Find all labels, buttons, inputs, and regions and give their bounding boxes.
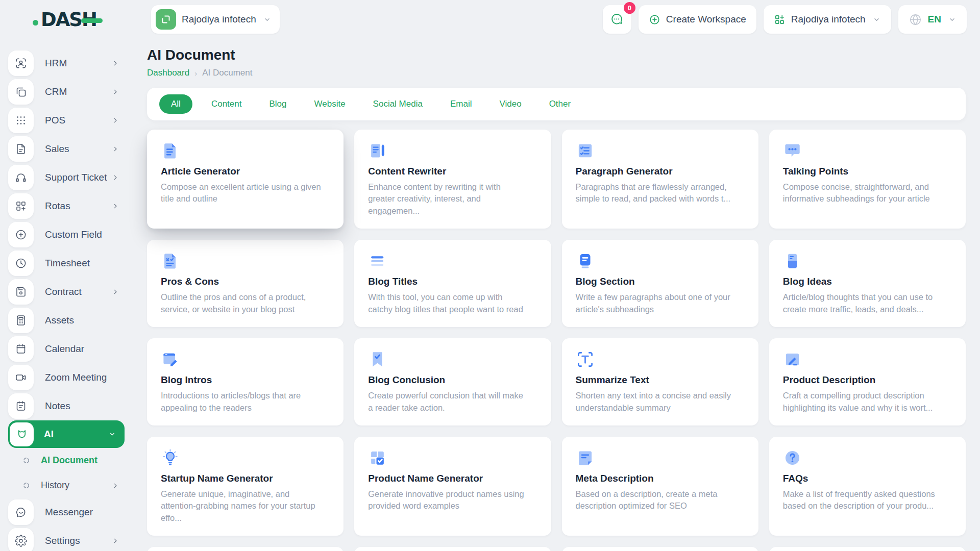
sidebar-item-label: Assets <box>45 315 74 326</box>
ai-tool-card-product-name-generator[interactable]: Product Name Generator Generate innovati… <box>354 437 551 536</box>
support-icon <box>8 165 34 190</box>
sidebar-item-ai-document[interactable]: AI Document <box>8 448 132 473</box>
sidebar: HRM CRM POS Sales Support Ticket Rotas C… <box>0 39 132 551</box>
ai-tool-card-blog-section[interactable]: Blog Section Write a few paragraphs abou… <box>562 240 758 327</box>
tab-email[interactable]: Email <box>436 99 486 109</box>
sidebar-item-history[interactable]: History <box>8 473 132 498</box>
timesheet-icon <box>8 251 34 276</box>
ai-tool-card-pros-cons[interactable]: Pros & Cons Outline the pros and cons of… <box>147 240 344 327</box>
ai-tool-card-summarize-text[interactable]: Summarize Text Shorten any text into a c… <box>562 338 758 425</box>
workspace-logo-icon <box>156 9 176 30</box>
tab-video[interactable]: Video <box>485 99 535 109</box>
ai-tool-card-faqs[interactable]: FAQs Make a list of frequently asked que… <box>769 437 966 536</box>
messenger-icon <box>8 499 34 525</box>
assets-icon <box>8 308 34 333</box>
breadcrumb-dashboard-link[interactable]: Dashboard <box>147 68 189 78</box>
tab-content[interactable]: Content <box>198 99 256 109</box>
ai-tool-card-content-rewriter[interactable]: Content Rewriter Enhance content by rewr… <box>354 130 551 229</box>
sidebar-item-calendar[interactable]: Calendar <box>8 335 132 363</box>
card-title: Blog Conclusion <box>368 374 537 386</box>
chevron-right-icon <box>111 537 119 545</box>
bullet-icon <box>22 457 30 464</box>
chevron-down-icon <box>948 15 957 24</box>
chevron-right-icon <box>111 202 119 210</box>
tab-website[interactable]: Website <box>300 99 359 109</box>
sidebar-item-label: Zoom Meeting <box>45 372 107 383</box>
ai-tool-card-paragraph-generator[interactable]: Paragraph Generator Paragraphs that are … <box>562 130 758 229</box>
sidebar-item-crm[interactable]: CRM <box>8 78 132 106</box>
sidebar-item-sales[interactable]: Sales <box>8 135 132 163</box>
tab-blog[interactable]: Blog <box>255 99 300 109</box>
breadcrumb-current: AI Document <box>202 68 252 78</box>
ai-tool-card-talking-points[interactable]: Talking Points Compose concise, straight… <box>769 130 966 229</box>
sidebar-item-custom-field[interactable]: Custom Field <box>8 220 132 249</box>
file-pencil-icon <box>368 141 387 160</box>
sidebar-item-messenger[interactable]: Messenger <box>8 498 132 527</box>
card-description: Enhance content by rewriting it with gre… <box>368 181 529 217</box>
ai-tool-card-article-generator[interactable]: Article Generator Compose an excellent a… <box>147 130 344 229</box>
card-description: Shorten any text into a concise and easi… <box>576 390 737 414</box>
sidebar-item-label: Notes <box>45 400 70 412</box>
card-title: Talking Points <box>783 166 952 177</box>
card-title: Paragraph Generator <box>576 166 745 177</box>
card-title: Blog Ideas <box>783 276 952 287</box>
tab-social-media[interactable]: Social Media <box>359 99 436 109</box>
workspace-selector[interactable]: Rajodiya infotech <box>151 5 280 34</box>
sidebar-item-timesheet[interactable]: Timesheet <box>8 249 132 278</box>
chat-dots-icon <box>783 141 802 160</box>
ai-tool-card[interactable] <box>147 547 344 551</box>
ai-tool-card-blog-titles[interactable]: Blog Titles With this tool, you can come… <box>354 240 551 327</box>
settings-icon <box>8 528 34 551</box>
bullet-icon <box>22 482 30 489</box>
custom-field-icon <box>8 222 34 247</box>
messages-button[interactable]: 0 <box>603 5 631 34</box>
sidebar-item-settings[interactable]: Settings <box>8 527 132 551</box>
notification-badge: 0 <box>624 2 635 14</box>
create-workspace-button[interactable]: Create Workspace <box>639 5 756 34</box>
ai-tool-card-product-description[interactable]: Product Description Craft a compelling p… <box>769 338 966 425</box>
file-check-x-icon <box>161 252 180 270</box>
company-selector[interactable]: Rajodiya infotech <box>764 5 891 34</box>
sidebar-item-zoom-meeting[interactable]: Zoom Meeting <box>8 363 132 392</box>
sidebar-item-rotas[interactable]: Rotas <box>8 192 132 220</box>
sidebar-item-contract[interactable]: Contract <box>8 278 132 306</box>
card-description: Paragraphs that are flawlessly arranged,… <box>576 181 737 205</box>
question-circle-icon <box>783 448 802 467</box>
ai-tool-card-meta-description[interactable]: Meta Description Based on a description,… <box>562 437 758 536</box>
ai-tool-card[interactable] <box>562 547 758 551</box>
bookmark-check-icon <box>368 350 387 369</box>
category-tabs: AllContentBlogWebsiteSocial MediaEmailVi… <box>147 88 966 120</box>
dash-logo[interactable]: DASH <box>33 9 103 31</box>
ai-tool-card-blog-conclusion[interactable]: Blog Conclusion Create powerful conclusi… <box>354 338 551 425</box>
chevron-right-icon <box>111 145 119 153</box>
ai-tool-card-blog-ideas[interactable]: Blog Ideas Article/blog thoughts that yo… <box>769 240 966 327</box>
card-description: With this tool, you can come up with cat… <box>368 291 529 315</box>
sidebar-item-support-ticket[interactable]: Support Ticket <box>8 163 132 192</box>
sidebar-item-label: AI Document <box>41 455 97 466</box>
logo-dot-icon <box>33 20 38 26</box>
calendar-icon <box>8 336 34 362</box>
sidebar-item-assets[interactable]: Assets <box>8 306 132 335</box>
sidebar-item-hrm[interactable]: HRM <box>8 49 132 78</box>
tab-other[interactable]: Other <box>535 99 585 109</box>
language-selector[interactable]: EN <box>898 5 967 34</box>
sidebar-item-label: AI <box>44 429 54 440</box>
crm-icon <box>8 79 34 105</box>
chevron-down-icon <box>108 430 116 438</box>
globe-icon <box>909 13 922 27</box>
ai-tool-card-startup-name-generator[interactable]: Startup Name Generator Generate unique, … <box>147 437 344 536</box>
tab-all[interactable]: All <box>159 94 192 114</box>
ai-tool-card-blog-intros[interactable]: Blog Intros Introductions to articles/bl… <box>147 338 344 425</box>
chevron-down-icon <box>872 15 881 24</box>
logo-dash-icon <box>81 18 103 23</box>
sidebar-item-label: History <box>41 480 69 491</box>
sidebar-item-notes[interactable]: Notes <box>8 392 132 420</box>
lines-icon <box>368 252 387 270</box>
ai-tool-card[interactable] <box>769 547 966 551</box>
ai-tool-card[interactable] <box>354 547 551 551</box>
rotas-icon <box>8 193 34 219</box>
sidebar-item-ai[interactable]: AI <box>8 420 125 448</box>
ai-tools-grid: Article Generator Compose an excellent a… <box>147 130 966 551</box>
sidebar-item-pos[interactable]: POS <box>8 106 132 135</box>
sidebar-item-label: Rotas <box>45 201 70 212</box>
